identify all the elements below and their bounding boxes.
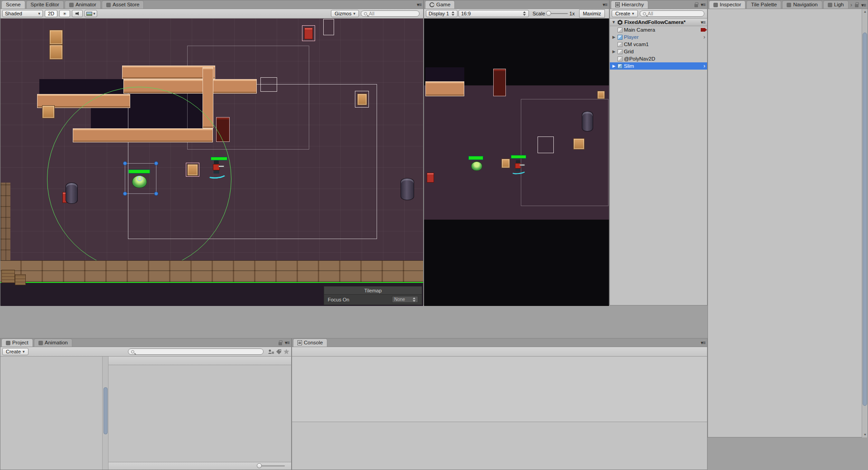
inspector-scrollbar[interactable]: ▲ ▼ [862, 9, 868, 437]
create-dropdown[interactable]: Create▾ [2, 348, 28, 355]
wood-crate[interactable] [15, 274, 26, 285]
icon-size-slider[interactable] [258, 465, 285, 466]
sun-icon: ☀ [63, 11, 67, 16]
project-tree-scrollbar[interactable] [102, 357, 108, 470]
favorites-star-icon[interactable] [283, 349, 289, 354]
selection-handle[interactable] [123, 192, 127, 196]
selection-handle[interactable] [154, 161, 158, 165]
project-panel: ProjectAnimation▾≡ Create▾ [0, 338, 292, 470]
selection-handle[interactable] [123, 161, 127, 165]
search-by-label-icon[interactable] [276, 349, 282, 354]
console-tab-strip: Console ▾≡ [292, 338, 707, 347]
scene-audio-toggle[interactable] [72, 10, 83, 17]
hierarchy-item-player[interactable]: ▶Player› [610, 33, 707, 41]
crate[interactable] [49, 30, 63, 45]
foldout-closed-icon[interactable]: ▶ [612, 35, 616, 39]
scrollbar-thumb[interactable] [863, 33, 867, 406]
hierarchy-item-slim[interactable]: ▶Slim› [610, 62, 707, 70]
barrel[interactable] [66, 183, 78, 204]
tab-asset-store[interactable]: Asset Store [102, 0, 144, 9]
gameobject-cube-icon [618, 64, 623, 69]
2d-toggle-button[interactable]: 2D [45, 10, 57, 17]
foldout-open-icon[interactable]: ▼ [612, 20, 616, 24]
pivot-handle[interactable] [137, 176, 142, 181]
lock-icon[interactable] [855, 4, 859, 7]
scale-slider[interactable] [547, 13, 568, 14]
asset-store-icon [106, 3, 111, 7]
scene-canvas[interactable]: Tilemap Focus On None [0, 19, 423, 306]
prefab-chevron-icon[interactable]: › [703, 34, 705, 40]
scroll-up-arrow[interactable]: ▲ [862, 9, 868, 14]
nav-icon [787, 3, 791, 7]
maximize-on-play-button[interactable]: Maximiz [579, 9, 604, 18]
enemy-sprite[interactable] [304, 28, 313, 39]
crate[interactable] [357, 94, 367, 105]
panel-menu-icon[interactable]: ▾≡ [861, 2, 866, 8]
search-icon [643, 12, 646, 15]
lock-icon[interactable] [694, 4, 698, 7]
foldout-closed-icon[interactable]: ▶ [612, 49, 616, 54]
scene-effects-toggle[interactable]: ▾ [85, 10, 97, 17]
hierarchy-item-grid[interactable]: ▶Grid [610, 48, 707, 55]
tab-console[interactable]: Console [293, 338, 327, 347]
aspect-ratio-dropdown[interactable]: 16:9 [458, 10, 529, 17]
scroll-down-arrow[interactable]: ▼ [862, 432, 868, 437]
panel-menu-icon[interactable]: ▾≡ [417, 2, 421, 8]
project-file-list [108, 365, 291, 462]
panel-menu-icon[interactable]: ▾≡ [701, 2, 705, 8]
tab-navigation[interactable]: Navigation [782, 0, 822, 9]
barrel[interactable] [401, 178, 414, 200]
search-by-type-icon[interactable] [268, 349, 274, 354]
tab-inspector[interactable]: Inspector [709, 0, 745, 9]
inspector-tab-strip: InspectorTile PaletteNavigationLigh›▾≡ [708, 0, 868, 9]
wall-segment [122, 66, 215, 79]
scene-menu-icon[interactable]: ▾≡ [701, 19, 705, 25]
game-slime-sprite [471, 161, 482, 171]
tab-sprite-editor[interactable]: Sprite Editor [26, 0, 64, 9]
scrollbar-thumb[interactable] [104, 387, 108, 434]
panel-menu-icon[interactable]: ▾≡ [285, 340, 289, 346]
gameobject-cube-icon [618, 56, 623, 61]
tab-game[interactable]: Game [425, 0, 455, 9]
panel-menu-icon[interactable]: ▾≡ [603, 2, 607, 8]
scene-header-row[interactable]: ▼ FixedAndFollowCamera* ▾≡ [610, 19, 707, 26]
foldout-closed-icon[interactable]: ▶ [612, 64, 616, 68]
tab-animation[interactable]: Animation [34, 338, 72, 347]
tab-project[interactable]: Project [1, 338, 33, 347]
gizmos-dropdown[interactable]: Gizmos▾ [331, 10, 359, 17]
crate[interactable] [42, 105, 55, 118]
tab-tile-palette[interactable]: Tile Palette [746, 0, 781, 9]
tab-animator[interactable]: Animator [65, 0, 101, 9]
gameobject-label: @PolyNav2D [624, 56, 655, 61]
hierarchy-item-cm-vcam1[interactable]: CM vcam1 [610, 41, 707, 48]
crate[interactable] [187, 164, 198, 176]
tab-hierarchy[interactable]: Hierarchy [611, 0, 648, 9]
lock-icon[interactable] [278, 342, 282, 345]
hierarchy-item--polynav2d[interactable]: @PolyNav2D [610, 55, 707, 62]
search-icon [364, 12, 367, 15]
scene-tab-strip: SceneSprite EditorAnimatorAsset Store▾≡ [0, 0, 423, 9]
hierarchy-item-main-camera[interactable]: Main Camera [610, 26, 707, 33]
create-dropdown[interactable]: Create▾ [612, 10, 638, 17]
selection-handle[interactable] [154, 192, 158, 196]
crate[interactable] [49, 45, 63, 60]
project-search-input[interactable] [128, 348, 264, 355]
console-log-area[interactable] [292, 357, 707, 470]
focus-on-dropdown[interactable]: None [392, 296, 418, 303]
scene-lighting-toggle[interactable]: ☀ [59, 10, 70, 17]
wood-crate[interactable] [1, 270, 15, 283]
gameobject-label: Main Camera [624, 27, 655, 33]
tab-overflow-icon[interactable]: › [850, 2, 852, 8]
health-bar [128, 169, 150, 174]
scene-toolbar: Shaded▾ 2D ☀ ▾ Gizmos▾ All [0, 9, 423, 19]
collider-box [323, 19, 334, 35]
tab-scene[interactable]: Scene [1, 0, 25, 9]
panel-menu-icon[interactable]: ▾≡ [701, 340, 705, 346]
prefab-chevron-icon[interactable]: › [703, 63, 705, 69]
hierarchy-search-input[interactable]: All [640, 10, 704, 17]
draw-mode-dropdown[interactable]: Shaded▾ [2, 10, 43, 17]
display-dropdown[interactable]: Display 1 [426, 10, 458, 17]
speaker-icon [76, 12, 79, 15]
scene-search-input[interactable]: All [361, 10, 420, 17]
tab-ligh[interactable]: Ligh [823, 0, 849, 9]
